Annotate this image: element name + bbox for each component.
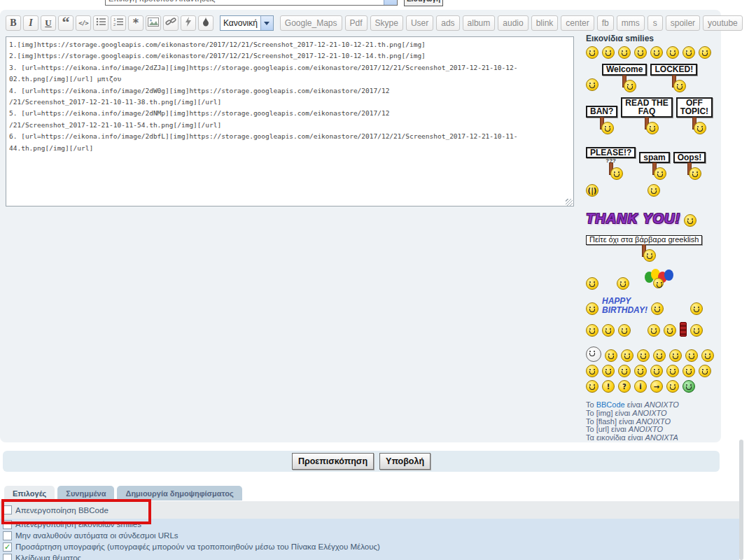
nerd-glasses-smiley[interactable]	[666, 46, 679, 59]
custom-bbcode-button-center[interactable]: center	[561, 15, 594, 31]
evil-cat-smiley[interactable]	[682, 365, 695, 377]
list-ordered-button[interactable]: 12	[111, 15, 126, 31]
happy-smiley[interactable]	[586, 78, 598, 91]
custom-bbcode-button-google_maps[interactable]: Google_Maps	[280, 15, 342, 31]
thank-you-smiley[interactable]: THANK YOU!	[586, 211, 680, 227]
grinning-smiley[interactable]	[653, 349, 666, 362]
fever-thermometer-icon[interactable]	[680, 322, 687, 337]
smile-smiley[interactable]	[621, 349, 634, 362]
devil-smiley[interactable]	[666, 365, 679, 377]
custom-bbcode-button-youtube[interactable]: youtube	[703, 15, 743, 31]
wink-smiley[interactable]	[586, 380, 598, 393]
coin-smiley[interactable]: (|)	[586, 184, 598, 197]
tab-συνημμένα[interactable]: Συνημμένα	[57, 486, 114, 500]
very-happy-smiley[interactable]	[605, 349, 617, 362]
rofl-smiley[interactable]	[586, 324, 598, 337]
content-smiley[interactable]	[685, 349, 698, 362]
custom-bbcode-button-ads[interactable]: ads	[436, 15, 459, 31]
template-select[interactable]: Επιλογή προτύπου Απαντήσεις	[105, 0, 398, 6]
no-greeklish-sign-smiley[interactable]: Πείτε όχι στα βάρβαρα greeklish	[586, 235, 702, 260]
green-grin-smiley[interactable]	[682, 380, 695, 393]
embarrassed-smiley[interactable]	[669, 349, 682, 362]
scrollbar[interactable]	[739, 440, 743, 560]
crying-smiley[interactable]	[637, 349, 650, 362]
rofl-smiley[interactable]	[618, 324, 631, 337]
custom-bbcode-button-spoiler[interactable]: spoiler	[666, 15, 700, 31]
question-smiley[interactable]: ?	[618, 380, 631, 393]
idea-smiley[interactable]: i	[634, 380, 647, 393]
rofl-smiley[interactable]	[602, 324, 615, 337]
rofl-smiley[interactable]	[664, 324, 676, 337]
custom-bbcode-button-audio[interactable]: audio	[498, 15, 528, 31]
fever-smiley[interactable]	[690, 324, 703, 337]
custom-bbcode-button-album[interactable]: album	[463, 15, 496, 31]
color-button[interactable]	[198, 15, 214, 31]
skeptic-smiley[interactable]	[634, 365, 647, 377]
dropdown-arrow-icon[interactable]	[384, 0, 397, 5]
censored-smiley[interactable]	[650, 365, 663, 377]
list-item-button[interactable]: *	[128, 15, 144, 31]
font-size-select[interactable]: Κανονική	[220, 15, 274, 31]
oops-sign-smiley[interactable]: Oops!	[673, 152, 706, 179]
grin-smiley[interactable]	[690, 302, 703, 315]
hero-smiley[interactable]	[684, 214, 696, 227]
spam-sign-smiley[interactable]: spam	[639, 152, 669, 179]
insert-template-button[interactable]: Εισαγωγή	[404, 0, 443, 6]
please-sign-smiley[interactable]: PLEASE!????	[586, 147, 636, 179]
checkbox-checked[interactable]: ✓	[3, 542, 12, 552]
quote-button[interactable]: “	[58, 15, 74, 31]
checkbox-unchecked[interactable]	[3, 520, 12, 529]
custom-bbcode-button-skype[interactable]: Skype	[370, 15, 403, 31]
unsure-smiley[interactable]	[682, 46, 695, 59]
sick-smiley[interactable]	[602, 365, 615, 377]
lol-smiley[interactable]	[586, 365, 598, 377]
underline-button[interactable]: U	[41, 15, 56, 31]
cool-shades-smiley[interactable]	[586, 46, 598, 59]
custom-bbcode-button-s[interactable]: s	[648, 15, 663, 31]
image-button[interactable]	[146, 15, 161, 31]
annoyed-smiley[interactable]	[699, 46, 711, 59]
shocked-smiley[interactable]	[650, 46, 663, 59]
thinking-smiley[interactable]	[618, 46, 631, 59]
tongue-smiley[interactable]	[618, 365, 631, 377]
tab-δημιουργία-δημοψηφίσματος[interactable]: Δημιουργία δημοψηφίσματος	[117, 486, 241, 500]
submit-button[interactable]: Υποβολή	[379, 453, 430, 470]
custom-bbcode-button-fb[interactable]: fb	[597, 15, 614, 31]
list-bullet-button[interactable]	[93, 15, 108, 31]
checkbox-unchecked[interactable]	[3, 554, 12, 560]
custom-bbcode-button-user[interactable]: User	[406, 15, 433, 31]
italic-button[interactable]: I	[23, 15, 38, 31]
welcome-sign-smiley[interactable]: Welcome	[602, 64, 647, 91]
dropdown-arrow-icon[interactable]	[260, 16, 273, 30]
tab-επιλογές[interactable]: Επιλογές	[4, 486, 55, 500]
bowing-smiley[interactable]	[617, 277, 629, 290]
party-hat-smiley[interactable]	[586, 302, 598, 315]
resize-grip-icon[interactable]	[566, 199, 573, 206]
sunglasses-smiley[interactable]	[701, 349, 714, 362]
rofl-smiley[interactable]	[648, 324, 660, 337]
arrow-smiley[interactable]: →	[650, 380, 663, 393]
checkbox-unchecked[interactable]	[3, 531, 12, 540]
bold-button[interactable]: B	[6, 15, 21, 31]
preview-button[interactable]: Προεπισκόπηση	[292, 453, 374, 470]
custom-bbcode-button-blink[interactable]: blink	[531, 15, 559, 31]
custom-bbcode-button-mms[interactable]: mms	[617, 15, 645, 31]
laughing-smiley[interactable]	[602, 46, 615, 59]
checkbox-unchecked[interactable]	[3, 505, 12, 514]
neutral-smiley[interactable]	[666, 380, 679, 393]
flash-button[interactable]	[181, 15, 196, 31]
off-topic-sign-smiley[interactable]: OFF TOPIC!	[676, 97, 713, 133]
read-the-faq-sign-smiley[interactable]: READ THE FAQ	[621, 97, 672, 133]
happy-birthday-smiley[interactable]: HAPPY BIRTHDAY!	[602, 297, 648, 315]
party-balloons-smiley[interactable]	[643, 269, 674, 290]
bbcode-faq-link[interactable]: BBCode	[596, 400, 625, 409]
sad-smiley[interactable]	[634, 46, 647, 59]
big-shock-smiley[interactable]	[586, 346, 601, 362]
exclaim-smiley[interactable]: !	[602, 380, 615, 393]
giggle-smiley[interactable]	[586, 277, 598, 290]
code-button[interactable]: </>	[76, 15, 91, 31]
custom-bbcode-button-pdf[interactable]: Pdf	[345, 15, 368, 31]
message-textarea[interactable]	[6, 36, 574, 206]
surprised-smiley[interactable]	[648, 184, 660, 197]
ban-sign-smiley[interactable]: BAN?	[586, 106, 617, 133]
